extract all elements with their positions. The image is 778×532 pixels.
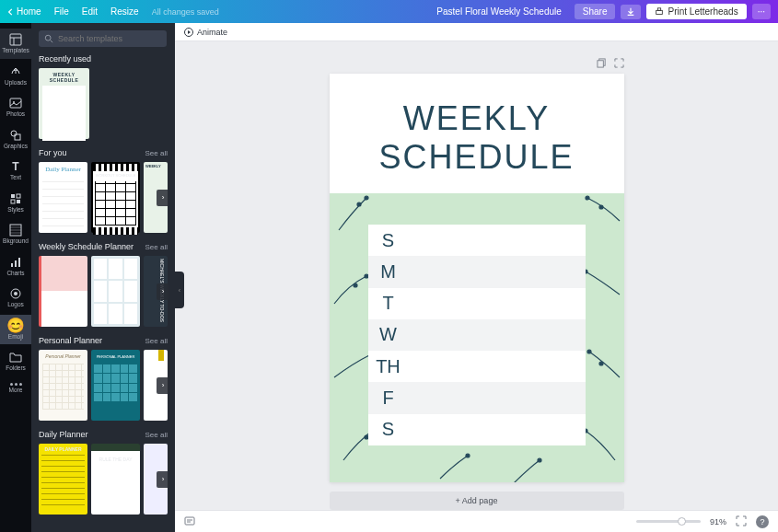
section-title: Personal Planner (39, 336, 102, 345)
svg-point-43 (466, 454, 470, 457)
styles-icon (9, 192, 22, 205)
search-icon (44, 34, 53, 43)
rail-graphics[interactable]: Graphics (0, 124, 31, 155)
svg-rect-12 (17, 200, 20, 203)
templates-panel: Recently used WEEKLY SCHEDULE For you Se… (31, 23, 175, 532)
file-menu[interactable]: File (54, 6, 69, 17)
text-icon: T (9, 160, 22, 173)
svg-point-40 (587, 350, 591, 353)
section-recently-used: Recently used WEEKLY SCHEDULE (39, 54, 168, 139)
download-icon (626, 7, 635, 17)
collapse-panel-button[interactable]: ‹ (175, 272, 184, 308)
home-menu[interactable]: Home (7, 6, 41, 17)
charts-icon (9, 256, 22, 269)
section-title: Weekly Schedule Planner (39, 242, 134, 251)
scroll-right-button[interactable]: › (157, 283, 169, 300)
chevron-left-icon: ‹ (179, 287, 180, 294)
template-thumb[interactable]: Personal Planner (39, 350, 87, 421)
svg-rect-2 (10, 34, 21, 45)
zoom-slider[interactable] (636, 520, 701, 523)
edit-menu[interactable]: Edit (82, 6, 98, 17)
search-templates-input[interactable] (39, 30, 167, 47)
template-thumb[interactable] (39, 256, 87, 327)
share-button[interactable]: Share (575, 4, 616, 19)
svg-rect-14 (11, 263, 13, 267)
rail-folders[interactable]: Folders (0, 346, 31, 376)
print-button[interactable]: Print Letterheads (646, 4, 746, 19)
see-all-link[interactable]: See all (145, 243, 168, 251)
rail-templates[interactable]: Templates (0, 29, 31, 59)
section-title: Recently used (39, 54, 91, 64)
svg-point-38 (599, 205, 603, 209)
uploads-icon (9, 65, 22, 78)
more-menu-button[interactable]: ··· (752, 4, 771, 19)
template-thumb[interactable]: DAILY PLANNER (39, 444, 87, 515)
fullscreen-icon (736, 515, 747, 526)
template-thumb[interactable]: RULE THE DAY (91, 444, 140, 515)
emoji-icon: 😊 (9, 319, 22, 332)
rail-styles[interactable]: Styles (0, 188, 31, 218)
template-thumb[interactable]: WORKOUT SCHEDULE (91, 162, 140, 233)
template-thumb[interactable] (91, 256, 140, 327)
svg-rect-15 (15, 260, 17, 267)
svg-point-7 (11, 131, 17, 136)
search-field[interactable] (58, 34, 161, 43)
duplicate-page-button[interactable] (597, 58, 607, 70)
template-thumb[interactable]: PERSONAL PLANNER (91, 350, 140, 421)
section-daily-planner: Daily Planner See all DAILY PLANNER RULE… (39, 430, 168, 515)
template-thumb[interactable]: Daily Planner (39, 162, 87, 233)
floral-background: S M T W TH F S (330, 193, 624, 482)
see-all-link[interactable]: See all (145, 149, 168, 157)
template-thumb[interactable]: WEEKLY SCHEDULE (39, 68, 89, 139)
rail-background[interactable]: Bkground (0, 219, 31, 249)
svg-rect-0 (656, 10, 663, 14)
scroll-right-button[interactable]: › (157, 471, 169, 488)
rail-charts[interactable]: Charts (0, 251, 31, 282)
section-title: Daily Planner (39, 430, 88, 439)
fullscreen-button[interactable] (736, 515, 747, 528)
design-page[interactable]: WEEKLY SCHEDULE (330, 74, 624, 482)
question-icon: ? (760, 517, 764, 526)
left-rail: Templates Uploads Photos Graphics T Text… (0, 23, 31, 532)
day-row: S (368, 225, 586, 256)
add-page-button[interactable]: + Add page (330, 492, 624, 510)
scroll-right-button[interactable]: › (157, 190, 169, 206)
section-title: For you (39, 148, 67, 157)
graphics-icon (9, 129, 22, 142)
rail-logos[interactable]: Logos (0, 283, 31, 313)
svg-rect-11 (11, 200, 15, 203)
slider-knob[interactable] (678, 517, 686, 526)
save-status: All changes saved (152, 7, 219, 17)
svg-point-33 (354, 283, 357, 287)
bottom-bar: 91% ? (175, 510, 778, 532)
rail-photos[interactable]: Photos (0, 92, 31, 122)
schedule-card[interactable]: S M T W TH F S (368, 225, 586, 445)
see-all-link[interactable]: See all (145, 431, 168, 439)
svg-point-37 (586, 196, 589, 200)
day-row: W (368, 319, 586, 351)
resize-menu[interactable]: Resize (110, 6, 139, 17)
svg-point-30 (365, 196, 368, 200)
document-name[interactable]: Pastel Floral Weekly Schedule (436, 6, 561, 17)
expand-icon (614, 58, 624, 68)
scroll-right-button[interactable]: › (157, 377, 169, 394)
rail-text[interactable]: T Text (0, 156, 31, 186)
notes-button[interactable] (184, 515, 195, 528)
rail-more[interactable]: More (0, 378, 31, 399)
see-all-link[interactable]: See all (145, 337, 168, 345)
expand-page-button[interactable] (614, 58, 624, 70)
download-button[interactable] (621, 5, 641, 19)
rail-uploads[interactable]: Uploads (0, 61, 31, 91)
logos-icon (9, 287, 22, 300)
day-row: T (368, 288, 586, 319)
section-for-you: For you See all Daily Planner WORKOUT SC… (39, 148, 168, 233)
rail-emoji[interactable]: 😊 Emoji (0, 315, 31, 345)
page-title-text[interactable]: WEEKLY SCHEDULE (330, 74, 624, 177)
more-icon (10, 383, 22, 386)
chevron-right-icon: › (162, 287, 165, 295)
zoom-value[interactable]: 91% (710, 517, 726, 526)
animate-button[interactable]: Animate (184, 28, 227, 37)
help-button[interactable]: ? (756, 515, 769, 528)
svg-rect-16 (18, 258, 20, 267)
ellipsis-icon: ··· (758, 6, 765, 17)
